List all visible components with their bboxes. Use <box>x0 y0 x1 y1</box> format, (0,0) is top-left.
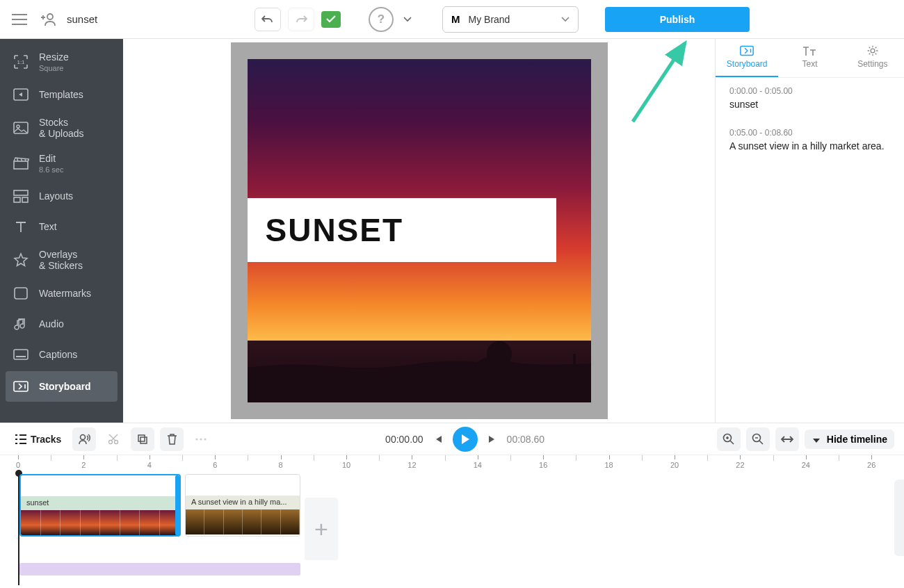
title-overlay[interactable]: SUNSET <box>248 198 556 262</box>
tab-settings[interactable]: Settings <box>841 39 904 77</box>
ruler-label: 0 <box>16 461 20 469</box>
zoom-in-button[interactable] <box>717 427 741 451</box>
ruler-label: 18 <box>604 461 613 469</box>
more-button[interactable] <box>189 427 213 451</box>
brand-selector[interactable]: M My Brand <box>442 6 579 33</box>
svg-rect-5 <box>14 161 28 169</box>
sidebar-item-overlays[interactable]: Overlays & Stickers <box>0 242 123 278</box>
timeline-tracks[interactable]: sunset A sunset view in a hilly ma... + <box>0 474 904 585</box>
audio-track[interactable] <box>19 563 300 575</box>
add-clip-button[interactable]: + <box>305 498 338 560</box>
sidebar-label: Audio <box>39 318 64 329</box>
list-icon <box>15 434 26 444</box>
publish-button[interactable]: Publish <box>605 7 750 32</box>
tab-label: Text <box>802 59 817 69</box>
add-user-icon[interactable] <box>38 8 60 31</box>
resize-icon: 1:1 <box>13 54 29 70</box>
sidebar-label: Edit <box>39 153 56 164</box>
sidebar-item-templates[interactable]: Templates <box>0 79 123 110</box>
svg-point-18 <box>109 440 113 443</box>
storyboard-icon <box>739 44 754 57</box>
sidebar-label: Captions <box>39 349 77 360</box>
svg-text:1:1: 1:1 <box>17 59 25 65</box>
svg-rect-11 <box>16 356 26 357</box>
landscape-silhouette <box>248 333 591 402</box>
scene-timecode: 0:00.00 - 0:05.00 <box>729 86 890 96</box>
sidebar-item-captions[interactable]: Captions <box>0 339 123 370</box>
sidebar-item-layouts[interactable]: Layouts <box>0 181 123 211</box>
delete-button[interactable] <box>160 427 184 451</box>
right-panel: Storyboard Text Settings 0:00.00 - 0:05.… <box>715 39 904 423</box>
total-time: 00:08.60 <box>507 434 545 445</box>
ruler-label: 16 <box>539 461 547 469</box>
copy-button[interactable] <box>131 427 154 451</box>
svg-point-0 <box>47 14 53 19</box>
hide-timeline-button[interactable]: Hide timeline <box>805 430 894 449</box>
svg-point-22 <box>196 438 198 440</box>
canvas-title-text: SUNSET <box>266 211 404 249</box>
cut-button[interactable] <box>102 427 125 451</box>
svg-rect-8 <box>22 197 28 202</box>
storyboard-icon <box>13 378 29 395</box>
text-icon <box>13 218 29 235</box>
collapse-icon <box>812 434 821 444</box>
fit-button[interactable] <box>775 427 799 451</box>
help-dropdown-icon[interactable] <box>403 17 412 22</box>
undo-button[interactable] <box>255 8 281 31</box>
project-title-input[interactable] <box>67 13 164 25</box>
video-preview[interactable]: SUNSET <box>248 59 591 402</box>
svg-point-19 <box>115 440 118 443</box>
next-frame-button[interactable] <box>487 434 497 444</box>
ruler-label: 22 <box>736 461 744 469</box>
redo-button[interactable] <box>288 8 314 31</box>
zoom-out-button[interactable] <box>746 427 770 451</box>
canvas-area: SUNSET <box>123 39 715 423</box>
tab-text[interactable]: Text <box>778 39 841 77</box>
play-button[interactable] <box>453 427 478 452</box>
expand-handle[interactable] <box>894 480 904 556</box>
tracks-label: Tracks <box>31 434 61 445</box>
audio-icon <box>13 316 29 332</box>
clip-resize-handle[interactable] <box>175 475 181 535</box>
storyboard-scene-1[interactable]: 0:00.00 - 0:05.00 sunset <box>716 78 904 120</box>
canvas-frame[interactable]: SUNSET <box>231 42 608 419</box>
svg-point-24 <box>204 438 207 440</box>
sidebar-label: Text <box>39 221 57 232</box>
star-icon <box>13 252 29 268</box>
save-status-icon <box>321 11 341 28</box>
sidebar-item-audio[interactable]: Audio <box>0 309 123 339</box>
help-button[interactable]: ? <box>369 7 394 32</box>
menu-icon[interactable] <box>8 8 31 31</box>
sidebar-label: Watermarks <box>39 288 91 299</box>
prev-frame-button[interactable] <box>433 434 443 444</box>
ruler-label: 26 <box>867 461 875 469</box>
tab-storyboard[interactable]: Storyboard <box>716 39 778 77</box>
sidebar-item-text[interactable]: Text <box>0 211 123 242</box>
clip-2[interactable]: A sunset view in a hilly ma... <box>185 474 300 537</box>
sidebar-sublabel: 8.6 sec <box>39 165 63 174</box>
sidebar-item-resize[interactable]: 1:1 ResizeSquare <box>0 44 123 79</box>
brand-name: My Brand <box>469 14 554 25</box>
clip-label: sunset <box>21 496 179 510</box>
ruler-label: 6 <box>213 461 217 469</box>
sidebar-item-stocks[interactable]: Stocks & Uploads <box>0 110 123 146</box>
tracks-button[interactable]: Tracks <box>10 430 67 449</box>
sidebar-item-edit[interactable]: Edit8.6 sec <box>0 146 123 181</box>
storyboard-scene-2[interactable]: 0:05.00 - 0:08.60 A sunset view in a hil… <box>716 120 904 161</box>
clip-1[interactable]: sunset <box>19 474 181 537</box>
svg-point-17 <box>81 434 86 439</box>
tab-label: Storyboard <box>727 59 768 69</box>
svg-rect-10 <box>14 350 28 359</box>
ruler-label: 8 <box>279 461 283 469</box>
svg-rect-20 <box>138 435 145 441</box>
chevron-down-icon <box>561 17 570 22</box>
svg-point-13 <box>487 341 512 366</box>
clapper-icon <box>13 155 29 172</box>
sidebar-label: Templates <box>39 89 83 100</box>
sidebar-item-storyboard[interactable]: Storyboard <box>6 371 118 402</box>
svg-rect-6 <box>14 190 28 195</box>
scene-text: A sunset view in a hilly market area. <box>729 140 890 153</box>
timeline-ruler[interactable]: 02468101214161820222426 <box>0 455 904 474</box>
voiceover-button[interactable] <box>72 427 96 451</box>
sidebar-item-watermarks[interactable]: Watermarks <box>0 278 123 309</box>
